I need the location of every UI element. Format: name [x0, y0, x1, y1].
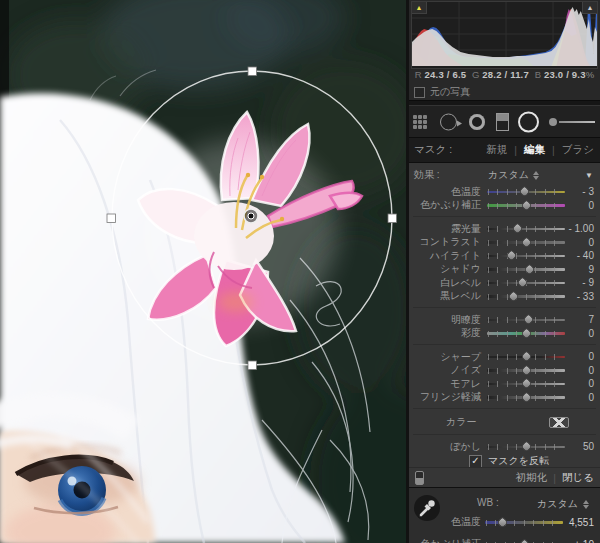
slider-row-noise: ノイズ 0 [409, 364, 600, 378]
disclosure-triangle-icon[interactable]: ▼ [585, 171, 593, 180]
group-divider [409, 404, 600, 414]
slider-thumb[interactable] [518, 185, 531, 198]
shadow-clipping-indicator[interactable]: ▲ [412, 2, 427, 14]
tint-slider[interactable] [487, 201, 565, 210]
saturation-slider[interactable] [487, 329, 565, 338]
slider-thumb[interactable] [507, 290, 520, 303]
slider-row-shadows: シャドウ 9 [409, 263, 600, 277]
slider-thumb[interactable] [520, 440, 533, 453]
slider-thumb[interactable] [522, 313, 535, 326]
feather-slider[interactable] [487, 442, 565, 451]
slider-thumb[interactable] [511, 222, 524, 235]
mask-brush-button[interactable]: ブラシ [562, 143, 594, 157]
slider-thumb[interactable] [520, 391, 533, 404]
slider-thumb[interactable] [520, 199, 533, 212]
graduated-filter-icon[interactable] [496, 113, 509, 131]
slider-row-contrast: コントラスト 0 [409, 236, 600, 250]
whites-slider[interactable] [487, 278, 565, 287]
invert-mask-label: マスクを反転 [488, 454, 549, 468]
radial-center-pin[interactable] [244, 209, 258, 223]
slider-row-wb-temp: 色温度 4,551 [409, 515, 600, 529]
shadows-slider[interactable] [487, 265, 565, 274]
sharpness-slider[interactable] [487, 352, 565, 361]
temp-slider[interactable] [487, 187, 565, 196]
mask-edit-button[interactable]: 編集 [524, 143, 545, 157]
dropdown-arrows-icon [533, 171, 539, 180]
slider-thumb[interactable] [523, 263, 536, 276]
mask-label: マスク : [414, 143, 452, 157]
slider-row-clarity: 明瞭度 7 [409, 313, 600, 327]
contrast-slider[interactable] [487, 238, 565, 247]
wb-tint-slider[interactable] [485, 540, 563, 543]
spot-removal-icon[interactable] [440, 113, 457, 130]
lightroom-develop-window: ▲ ▲ [0, 0, 600, 543]
group-divider [409, 212, 600, 222]
slider-row-saturation: 彩度 0 [409, 327, 600, 341]
slider-thumb[interactable] [518, 538, 531, 543]
mask-new-button[interactable]: 新規 [486, 143, 507, 157]
slider-row-temp: 色温度 - 3 [409, 185, 600, 199]
highlights-slider[interactable] [487, 251, 565, 260]
red-eye-correction-icon[interactable] [469, 114, 485, 130]
histogram[interactable]: ▲ ▲ [411, 1, 598, 69]
effect-preset-dropdown[interactable]: カスタム [488, 168, 539, 182]
group-divider [409, 430, 600, 440]
close-button[interactable]: 閉じる [562, 471, 594, 485]
radial-handle-bottom[interactable] [248, 361, 257, 370]
slider-row-defringe: フリンジ軽減 0 [409, 391, 600, 405]
moire-slider[interactable] [487, 379, 565, 388]
slider-thumb[interactable] [520, 364, 533, 377]
rgb-readout: R 24.3 / 6.5 G 28.2 / 11.7 B 23.0 / 9.3% [409, 69, 600, 80]
slider-row-wb-tint-partial: 色かぶり補正 + 10 [409, 537, 600, 543]
color-swatch[interactable] [549, 417, 569, 428]
develop-right-panel: ▲ ▲ [406, 0, 600, 543]
slider-thumb[interactable] [520, 350, 533, 363]
panel-toggle-switch[interactable] [415, 471, 424, 485]
reset-button[interactable]: 初期化 [516, 471, 548, 485]
dropdown-arrows-icon [583, 500, 589, 509]
original-photo-label: 元の写真 [430, 85, 470, 99]
slider-row-feather: ぼかし 50 [409, 440, 600, 454]
slider-row-tint: 色かぶり補正 0 [409, 199, 600, 213]
highlight-clipping-indicator[interactable]: ▲ [582, 2, 597, 14]
color-label: カラー [446, 415, 476, 429]
group-divider [409, 340, 600, 350]
noise-slider[interactable] [487, 366, 565, 375]
slider-thumb[interactable] [497, 516, 510, 529]
slider-thumb[interactable] [505, 249, 518, 262]
wb-label: WB : [477, 497, 499, 508]
slider-thumb[interactable] [517, 276, 530, 289]
invert-mask-checkbox[interactable]: ✓ [469, 455, 482, 468]
slider-row-blacks: 黒レベル - 33 [409, 290, 600, 304]
slider-thumb[interactable] [520, 377, 533, 390]
drawer-footer: 初期化 | 閉じる [409, 467, 600, 487]
tool-strip [409, 106, 600, 138]
radial-filter-options: 効果 : カスタム ▼ 色温度 - 3 色かぶり補正 0 [409, 163, 600, 487]
blacks-slider[interactable] [487, 292, 565, 301]
effect-label: 効果 : [414, 168, 440, 182]
slider-row-whites: 白レベル - 9 [409, 276, 600, 290]
wb-preset-dropdown[interactable]: カスタム [537, 497, 589, 511]
original-photo-checkbox[interactable] [414, 87, 425, 98]
photo-image [0, 0, 406, 543]
histogram-plot [412, 2, 598, 66]
clarity-slider[interactable] [487, 315, 565, 324]
slider-row-sharpness: シャープ 0 [409, 350, 600, 364]
wb-temp-slider[interactable] [485, 518, 563, 527]
radial-handle-left[interactable] [107, 214, 116, 223]
radial-handle-right[interactable] [388, 214, 397, 223]
mask-bar: マスク : 新規 | 編集 | ブラシ [409, 138, 600, 163]
slider-row-moire: モアレ 0 [409, 377, 600, 391]
histogram-section: ▲ ▲ [409, 0, 600, 100]
slider-thumb[interactable] [520, 327, 533, 340]
photo-canvas[interactable] [0, 0, 406, 543]
basic-wb-section: WB : カスタム 色温度 4,551 色かぶり補正 + 10 [409, 487, 600, 543]
radial-filter-icon[interactable] [518, 111, 539, 132]
defringe-slider[interactable] [487, 393, 565, 402]
radial-handle-top[interactable] [248, 67, 257, 76]
slider-thumb[interactable] [520, 236, 533, 249]
exposure-slider[interactable] [487, 224, 565, 233]
adjustment-brush-icon[interactable] [549, 118, 595, 126]
group-divider [409, 303, 600, 313]
crop-overlay-icon[interactable] [413, 115, 427, 129]
